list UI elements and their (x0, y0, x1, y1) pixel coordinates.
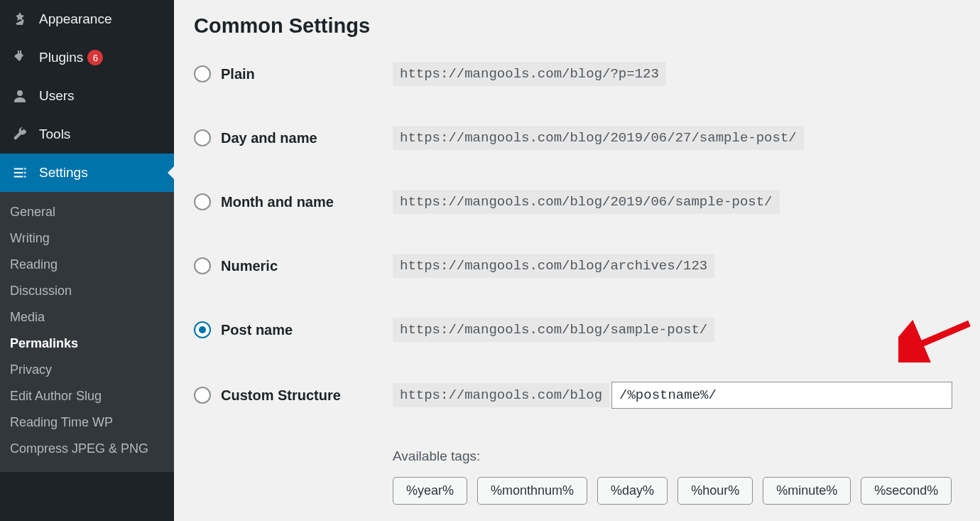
submenu-item-reading-time-wp[interactable]: Reading Time WP (0, 409, 174, 436)
option-label: Post name (221, 322, 293, 338)
option-label: Custom Structure (221, 387, 341, 404)
radio-post-name[interactable] (194, 321, 211, 338)
permalink-example: https://mangools.com/blog/sample-post/ (393, 318, 714, 342)
submenu-item-compress-jpeg-png[interactable]: Compress JPEG & PNG (0, 436, 174, 462)
tag-second-button[interactable]: %second% (861, 477, 952, 505)
permalink-base-url: https://mangools.com/blog (393, 383, 609, 407)
main-content: Common Settings Plain https://mangools.c… (174, 0, 980, 521)
radio-custom-structure[interactable] (194, 387, 211, 404)
tools-icon (10, 124, 30, 144)
submenu-item-permalinks[interactable]: Permalinks (0, 331, 174, 357)
permalink-example: https://mangools.com/blog/?p=123 (393, 62, 666, 86)
appearance-icon (10, 9, 30, 29)
option-label: Month and name (221, 194, 334, 210)
radio-day-and-name[interactable] (194, 129, 211, 146)
custom-structure-input[interactable] (611, 382, 952, 409)
sidebar-item-label: Appearance (39, 11, 111, 27)
sidebar-item-users[interactable]: Users (0, 77, 174, 115)
permalink-option-post-name: Post name https://mangools.com/blog/samp… (194, 318, 960, 342)
sidebar-item-label: Users (39, 88, 75, 104)
tag-monthnum-button[interactable]: %monthnum% (477, 477, 587, 505)
available-tags-row: %year% %monthnum% %day% %hour% %minute% … (393, 477, 960, 505)
permalink-option-numeric: Numeric https://mangools.com/blog/archiv… (194, 254, 960, 278)
tag-minute-button[interactable]: %minute% (763, 477, 851, 505)
submenu-item-general[interactable]: General (0, 199, 174, 225)
sidebar-item-tools[interactable]: Tools (0, 115, 174, 154)
sidebar-item-label: Plugins (39, 50, 83, 65)
permalink-example: https://mangools.com/blog/2019/06/27/sam… (393, 126, 804, 150)
sidebar-item-plugins[interactable]: Plugins 6 (0, 38, 174, 77)
page-title: Common Settings (194, 14, 960, 38)
permalink-option-month-and-name: Month and name https://mangools.com/blog… (194, 190, 960, 214)
plugins-icon (10, 48, 30, 68)
tag-day-button[interactable]: %day% (597, 477, 668, 505)
available-tags-label: Available tags: (393, 449, 960, 464)
radio-plain[interactable] (194, 65, 211, 82)
submenu-item-discussion[interactable]: Discussion (0, 278, 174, 304)
admin-sidebar: Appearance Plugins 6 Users Tools Setting… (0, 0, 174, 521)
submenu-item-writing[interactable]: Writing (0, 225, 174, 252)
permalink-option-plain: Plain https://mangools.com/blog/?p=123 (194, 62, 960, 86)
permalink-example: https://mangools.com/blog/2019/06/sample… (393, 190, 780, 214)
permalink-option-custom-structure: Custom Structure https://mangools.com/bl… (194, 382, 960, 409)
option-label: Numeric (221, 258, 278, 274)
submenu-item-reading[interactable]: Reading (0, 252, 174, 278)
option-label: Plain (221, 66, 255, 82)
tag-hour-button[interactable]: %hour% (677, 477, 753, 505)
submenu-item-media[interactable]: Media (0, 304, 174, 331)
option-label: Day and name (221, 130, 317, 146)
settings-submenu: General Writing Reading Discussion Media… (0, 192, 174, 472)
radio-month-and-name[interactable] (194, 193, 211, 210)
sidebar-item-label: Tools (39, 127, 70, 142)
settings-icon (10, 163, 30, 183)
submenu-item-edit-author-slug[interactable]: Edit Author Slug (0, 383, 174, 409)
radio-numeric[interactable] (194, 257, 211, 274)
tag-year-button[interactable]: %year% (393, 477, 467, 505)
plugins-update-badge: 6 (87, 50, 103, 65)
users-icon (10, 86, 30, 106)
sidebar-item-appearance[interactable]: Appearance (0, 0, 174, 38)
sidebar-item-settings[interactable]: Settings (0, 154, 174, 192)
submenu-item-privacy[interactable]: Privacy (0, 357, 174, 383)
permalink-example: https://mangools.com/blog/archives/123 (393, 254, 714, 278)
sidebar-item-label: Settings (39, 165, 88, 181)
svg-point-0 (17, 90, 23, 96)
permalink-option-day-and-name: Day and name https://mangools.com/blog/2… (194, 126, 960, 150)
